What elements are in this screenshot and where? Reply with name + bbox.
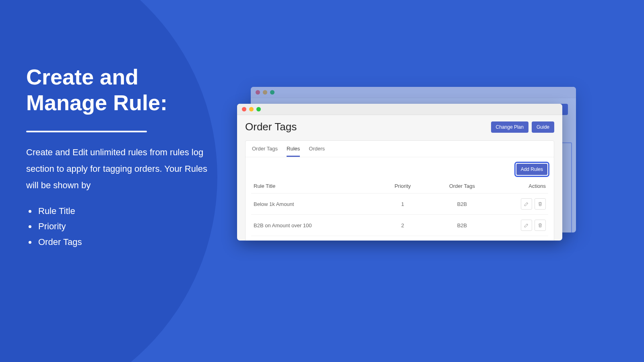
cell-rule-title: B2B on Amount over 100 <box>251 236 376 241</box>
maximize-icon[interactable] <box>270 90 275 95</box>
bullet-item: Order Tags <box>26 234 215 250</box>
cell-order-tags: B2B <box>429 215 495 236</box>
hero-description: Create and Edit unlimited rules from rul… <box>26 144 215 193</box>
table-row: B2B on Amount over 1002B2B <box>251 236 548 241</box>
col-priority: Priority <box>376 179 429 193</box>
tab-orders[interactable]: Orders <box>309 146 325 157</box>
cell-priority: 1 <box>376 193 429 215</box>
table-row: Below 1k Amount1B2B <box>251 193 548 215</box>
hero-title-line1: Create and <box>26 65 138 89</box>
cell-actions <box>495 193 548 215</box>
minimize-icon[interactable] <box>263 90 267 95</box>
delete-icon[interactable] <box>535 198 546 210</box>
window-titlebar <box>237 104 562 115</box>
cell-rule-title: B2B on Amount over 100 <box>251 215 376 236</box>
close-icon[interactable] <box>242 107 246 111</box>
divider <box>26 131 147 132</box>
edit-icon[interactable] <box>521 220 532 231</box>
col-actions: Actions <box>495 179 548 193</box>
hero-bullet-list: Rule Title Priority Order Tags <box>26 204 215 250</box>
col-rule-title: Rule Title <box>251 179 376 193</box>
table-row: B2B on Amount over 1002B2B <box>251 215 548 236</box>
cell-order-tags: B2B <box>429 193 495 215</box>
rules-table: Rule Title Priority Order Tags Actions B… <box>251 179 548 241</box>
hero-text: Create and Manage Rule: Create and Edit … <box>26 64 215 250</box>
cell-actions <box>495 215 548 236</box>
bullet-item: Rule Title <box>26 204 215 219</box>
bullet-item: Priority <box>26 219 215 234</box>
hero-title-line2: Manage Rule: <box>26 90 167 115</box>
change-plan-button[interactable]: Change Plan <box>491 121 528 133</box>
cell-priority: 2 <box>376 215 429 236</box>
page-title: Order Tags <box>245 121 297 133</box>
add-rules-button[interactable]: Add Rules <box>516 164 547 175</box>
hero-title: Create and Manage Rule: <box>26 64 215 115</box>
tab-order-tags[interactable]: Order Tags <box>252 146 278 157</box>
maximize-icon[interactable] <box>256 107 261 111</box>
close-icon[interactable] <box>256 90 260 95</box>
col-order-tags: Order Tags <box>429 179 495 193</box>
window-titlebar <box>251 87 576 98</box>
delete-icon[interactable] <box>535 220 546 231</box>
cell-priority: 2 <box>376 236 429 241</box>
tab-rules[interactable]: Rules <box>287 146 300 157</box>
edit-icon[interactable] <box>521 198 532 210</box>
app-window: Order Tags Change Plan Guide Order Tags … <box>237 104 562 241</box>
cell-actions <box>495 236 548 241</box>
rules-card: Order Tags Rules Orders Add Rules Rule T… <box>245 140 554 241</box>
guide-button[interactable]: Guide <box>532 121 554 133</box>
add-rules-highlight: Add Rules <box>516 163 548 176</box>
cell-order-tags: B2B <box>429 236 495 241</box>
minimize-icon[interactable] <box>249 107 254 111</box>
cell-rule-title: Below 1k Amount <box>251 193 376 215</box>
tabs: Order Tags Rules Orders <box>246 141 554 157</box>
